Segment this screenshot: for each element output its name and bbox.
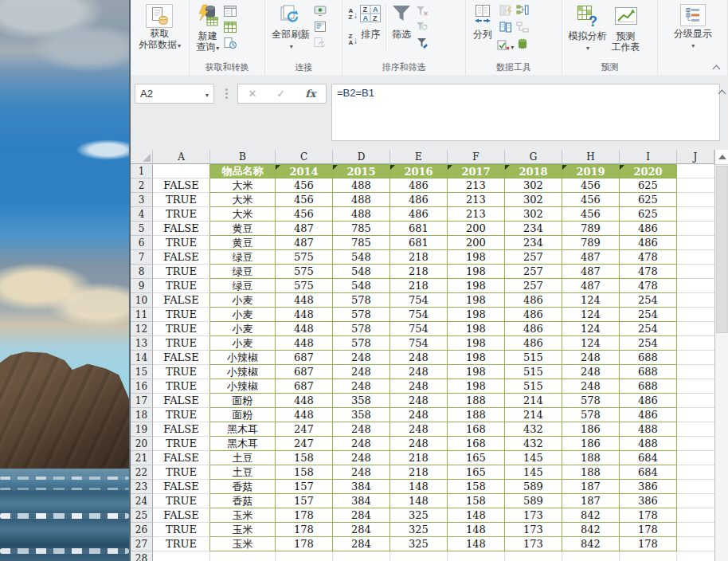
cell-H17[interactable]: 578 [562,394,620,408]
cell-J13[interactable] [677,336,714,351]
row-header-13[interactable]: 13 [131,336,153,351]
cell-F25[interactable]: 148 [448,508,505,523]
cell-I15[interactable]: 688 [620,365,677,379]
cell-B6[interactable]: 黄豆 [210,236,276,250]
cell-C18[interactable]: 448 [276,408,333,422]
cell-H24[interactable]: 187 [562,494,620,508]
cell-E6[interactable]: 681 [390,236,448,250]
cell-A14[interactable]: FALSE [153,351,210,365]
col-header-F[interactable]: F [448,150,505,164]
cell-J22[interactable] [677,465,714,480]
cell-A17[interactable]: FALSE [153,394,210,408]
cell-C24[interactable]: 157 [276,494,333,508]
cell-A28[interactable] [153,551,210,561]
cell-J23[interactable] [677,480,714,494]
cell-F7[interactable]: 198 [448,250,505,265]
cell-A12[interactable]: TRUE [153,322,210,336]
cell-E11[interactable]: 754 [390,308,448,322]
cell-A24[interactable]: TRUE [153,494,210,508]
cell-F11[interactable]: 198 [448,308,505,322]
cell-C7[interactable]: 575 [276,250,333,265]
cell-D18[interactable]: 358 [333,408,390,422]
row-header-5[interactable]: 5 [131,222,153,236]
cell-I17[interactable]: 486 [620,394,677,408]
cell-A3[interactable]: TRUE [153,193,210,207]
scrollbar-up-arrow-icon[interactable] [715,150,728,165]
cell-E8[interactable]: 218 [390,265,448,279]
cell-A20[interactable]: TRUE [153,437,210,451]
cell-H23[interactable]: 187 [562,480,620,494]
recent-sources-button[interactable] [224,37,237,49]
cell-D3[interactable]: 488 [333,193,390,207]
cell-G23[interactable]: 589 [505,480,562,494]
row-header-8[interactable]: 8 [131,265,153,279]
cell-J5[interactable] [677,222,714,236]
cell-F19[interactable]: 168 [448,422,505,437]
select-all-button[interactable] [131,150,153,164]
cell-G6[interactable]: 234 [505,236,562,250]
row-header-2[interactable]: 2 [131,178,153,193]
cell-G5[interactable]: 234 [505,222,562,236]
cell-H8[interactable]: 487 [562,265,620,279]
reapply-filter-button[interactable] [416,21,429,33]
cell-D15[interactable]: 248 [333,365,390,379]
cell-G3[interactable]: 302 [505,193,562,207]
cell-A9[interactable]: TRUE [153,279,210,293]
connections-button[interactable] [314,5,327,18]
cell-H12[interactable]: 124 [562,322,620,336]
row-header-11[interactable]: 11 [131,308,153,322]
ribbon-collapse-chevron-icon[interactable] [713,65,721,71]
row-header-24[interactable]: 24 [131,494,153,508]
cell-H3[interactable]: 456 [562,193,620,207]
cell-C10[interactable]: 448 [276,293,333,308]
cell-F18[interactable]: 188 [448,408,505,422]
cell-I13[interactable]: 254 [620,336,677,351]
col-header-B[interactable]: B [210,150,276,164]
cell-G4[interactable]: 302 [505,207,562,222]
cell-B14[interactable]: 小辣椒 [210,351,276,365]
cell-I26[interactable]: 178 [620,523,677,537]
cell-I5[interactable]: 486 [620,222,677,236]
cell-D10[interactable]: 578 [333,293,390,308]
cell-H21[interactable]: 188 [562,451,620,465]
cell-I3[interactable]: 625 [620,193,677,207]
cell-J26[interactable] [677,523,714,537]
cell-I25[interactable]: 178 [620,508,677,523]
cell-A19[interactable]: FALSE [153,422,210,437]
cell-E5[interactable]: 681 [390,222,448,236]
cell-C28[interactable] [276,551,333,561]
text-to-columns-button[interactable]: 分列 [470,2,495,41]
col-header-E[interactable]: E [390,150,448,164]
cell-F17[interactable]: 188 [448,394,505,408]
row-header-15[interactable]: 15 [131,365,153,379]
cell-C20[interactable]: 247 [276,437,333,451]
cell-D8[interactable]: 548 [333,265,390,279]
cell-B18[interactable]: 面粉 [210,408,276,422]
cell-A27[interactable]: TRUE [153,537,210,551]
cell-B22[interactable]: 土豆 [210,465,276,480]
cell-H9[interactable]: 487 [562,279,620,293]
cell-J21[interactable] [677,451,714,465]
cell-I10[interactable]: 254 [620,293,677,308]
manage-data-model-button[interactable] [516,38,529,53]
col-header-I[interactable]: I [620,150,677,164]
cell-B2[interactable]: 大米 [210,178,276,193]
formula-bar-handle-icon[interactable] [225,88,228,91]
cell-D5[interactable]: 785 [333,222,390,236]
cell-D12[interactable]: 578 [333,322,390,336]
cell-H10[interactable]: 124 [562,293,620,308]
cell-J2[interactable] [677,178,714,193]
cell-B23[interactable]: 香菇 [210,480,276,494]
cell-G17[interactable]: 214 [505,394,562,408]
cell-F16[interactable]: 198 [448,379,505,394]
row-header-9[interactable]: 9 [131,279,153,293]
cell-H13[interactable]: 124 [562,336,620,351]
what-if-analysis-button[interactable]: ? 模拟分析 [566,2,609,51]
row-header-17[interactable]: 17 [131,394,153,408]
cell-C13[interactable]: 448 [276,336,333,351]
cell-C12[interactable]: 448 [276,322,333,336]
cell-D4[interactable]: 488 [333,207,390,222]
cell-J6[interactable] [677,236,714,250]
cell-E14[interactable]: 248 [390,351,448,365]
cell-E26[interactable]: 325 [390,523,448,537]
